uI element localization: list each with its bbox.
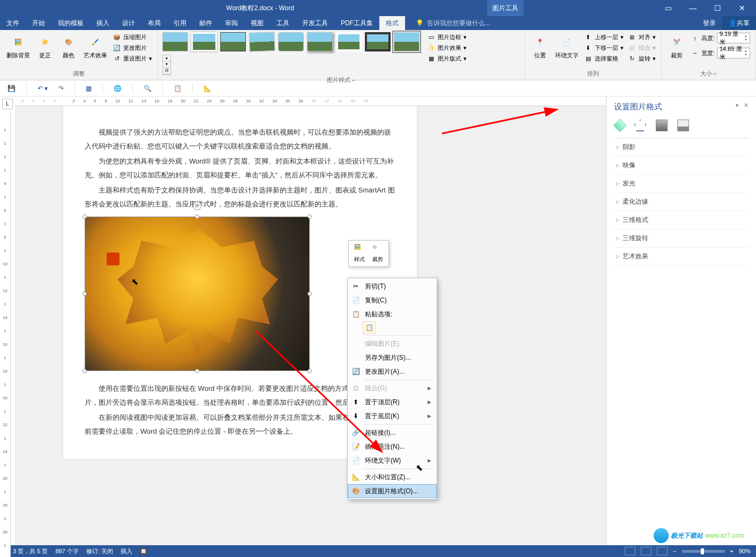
style-thumb[interactable] [394, 32, 420, 51]
resize-handle[interactable] [83, 214, 87, 219]
view-print-icon[interactable] [641, 547, 652, 555]
ctx-wrap-text[interactable]: 📄环绕文字(W)▶ [348, 454, 437, 467]
style-thumb[interactable] [162, 32, 188, 51]
crop-button[interactable]: ✂️裁剪 [666, 32, 687, 61]
word-count[interactable]: 887 个字 [55, 547, 78, 555]
ctx-size-position[interactable]: 📐大小和位置(Z)... [348, 470, 437, 484]
corrections-button[interactable]: ☀️ 更正 [34, 32, 56, 61]
tab-file[interactable]: 文件 [0, 16, 26, 30]
vertical-ruler[interactable]: 1121416181101121141161181201221241261281… [0, 112, 11, 557]
undo-icon[interactable]: ↶ ▾ [38, 85, 48, 92]
tab-design[interactable]: 设计 [116, 16, 141, 30]
reset-picture[interactable]: ↺重设图片 ▾ [111, 54, 153, 63]
section-reflection[interactable]: ▷映像 [614, 157, 748, 175]
change-picture[interactable]: 🔄更改图片 [111, 43, 153, 53]
track-changes-status[interactable]: 修订: 关闭 [86, 547, 113, 555]
page-status[interactable]: 第 3 页，共 5 页 [5, 547, 48, 555]
section-3d-rotation[interactable]: ▷三维旋转 [614, 229, 748, 248]
color-button[interactable]: 🎨 颜色 [58, 32, 79, 61]
style-thumb[interactable] [336, 32, 362, 51]
tab-home[interactable]: 开始 [26, 16, 51, 30]
resize-handle[interactable] [308, 292, 312, 296]
icon-d[interactable]: 📐 [204, 85, 212, 92]
align-button[interactable]: ⊞对齐 ▾ [627, 32, 657, 42]
resize-handle[interactable] [195, 214, 199, 219]
compress-picture[interactable]: 📦压缩图片 [111, 32, 153, 42]
grid-icon[interactable]: ▦ [86, 85, 92, 92]
tab-pdf[interactable]: PDF工具集 [334, 16, 379, 30]
tab-indicator[interactable]: L [2, 99, 13, 109]
horizontal-ruler[interactable]: 8642246810121416182022242628303234363840… [15, 96, 606, 106]
picture-tab-icon[interactable] [677, 120, 689, 131]
ctx-change-picture[interactable]: 🔄更改图片(A)... [348, 365, 437, 378]
selected-image[interactable]: ⟳ ⬉ [85, 217, 310, 371]
rotate-handle-icon[interactable]: ⟳ [193, 202, 201, 210]
position-button[interactable]: 📍位置 [529, 32, 551, 61]
style-thumb[interactable] [220, 32, 246, 51]
section-glow[interactable]: ▷发光 [614, 175, 748, 193]
resize-handle[interactable] [83, 292, 87, 296]
login-button[interactable]: 登录 [697, 16, 722, 30]
icon-b[interactable]: 🔍 [144, 85, 152, 92]
style-thumb[interactable] [191, 32, 217, 51]
view-read-icon[interactable] [625, 547, 635, 555]
ctx-cut[interactable]: ✂剪切(T) [348, 279, 437, 293]
insert-mode[interactable]: 插入 [121, 547, 132, 555]
picture-layout[interactable]: ▦图片版式 ▾ [426, 54, 468, 63]
tab-insert[interactable]: 插入 [90, 16, 116, 30]
tab-developer[interactable]: 开发工具 [296, 16, 334, 30]
ctx-bring-front[interactable]: ⬆置于顶层(R)▶ [348, 395, 437, 409]
tab-templates[interactable]: 我的模板 [51, 16, 90, 30]
resize-handle[interactable] [195, 369, 199, 373]
icon-c[interactable]: 📋 [174, 85, 182, 92]
remove-background-button[interactable]: 🖼️ 删除背景 [4, 32, 32, 61]
resize-handle[interactable] [308, 369, 312, 373]
resize-handle[interactable] [83, 369, 87, 373]
resize-handle[interactable] [308, 214, 312, 219]
ribbon-options-icon[interactable]: ▭ [661, 4, 676, 12]
layout-tab-icon[interactable] [656, 120, 668, 131]
section-artistic[interactable]: ▷艺术效果 [614, 248, 748, 266]
style-thumb[interactable] [365, 32, 391, 51]
close-icon[interactable]: ✕ [735, 4, 750, 12]
style-thumb[interactable] [249, 32, 275, 52]
tell-me-search[interactable]: 💡 告诉我您想要做什么... [405, 16, 490, 30]
view-web-icon[interactable] [657, 547, 668, 555]
zoom-level[interactable]: 90% [739, 548, 751, 554]
artistic-button[interactable]: 🖌️ 艺术效果 [81, 32, 109, 61]
effects-tab-icon[interactable] [634, 120, 646, 131]
section-shadow[interactable]: ▷阴影 [614, 138, 748, 157]
picture-effects[interactable]: ✨图片效果 ▾ [426, 43, 468, 53]
ctx-format-picture[interactable]: 🎨设置图片格式(O)... [348, 484, 437, 498]
style-thumb[interactable] [278, 32, 304, 51]
style-thumb[interactable] [307, 32, 333, 51]
picture-border[interactable]: ▭图片边框 ▾ [426, 32, 468, 42]
tab-mailings[interactable]: 邮件 [193, 16, 219, 30]
leaf-image[interactable]: ⬉ [85, 217, 310, 371]
tab-review[interactable]: 审阅 [219, 16, 244, 30]
width-input[interactable]: 14.65 厘米▲▼ [717, 48, 750, 58]
paste-option-button[interactable]: 📋 [363, 321, 376, 334]
zoom-in-icon[interactable]: + [730, 548, 733, 554]
picture-tools-tab[interactable]: 图片工具 [487, 0, 523, 16]
selection-pane[interactable]: ▤选择窗格 [583, 54, 625, 63]
gallery-scroll[interactable]: ▴▾⊟ [162, 55, 171, 75]
group-button[interactable]: ⊡组合 ▾ [627, 43, 657, 53]
share-button[interactable]: 👤 共享 [722, 16, 756, 30]
tab-references[interactable]: 引用 [167, 16, 193, 30]
mini-style-button[interactable]: 🖼️样式 [351, 243, 368, 264]
height-input[interactable]: 9.19 厘米▲▼ [717, 33, 750, 43]
rotate-button[interactable]: ↻旋转 ▾ [627, 54, 657, 63]
ctx-save-as-picture[interactable]: 另存为图片(S)... [348, 351, 437, 365]
section-soft-edges[interactable]: ▷柔化边缘 [614, 193, 748, 211]
tab-layout[interactable]: 布局 [141, 16, 167, 30]
maximize-icon[interactable]: ☐ [710, 4, 725, 12]
fill-tab-icon[interactable] [613, 118, 626, 132]
send-backward[interactable]: ⬇下移一层 ▾ [583, 43, 625, 53]
zoom-out-icon[interactable]: − [673, 548, 676, 554]
zoom-slider[interactable] [682, 550, 725, 553]
ctx-send-back[interactable]: ⬇置于底层(K)▶ [348, 409, 437, 423]
picture-styles-gallery[interactable]: ▴▾⊟ [162, 32, 420, 75]
icon-a[interactable]: 🌐 [114, 85, 122, 92]
tab-format[interactable]: 格式 [379, 16, 405, 30]
